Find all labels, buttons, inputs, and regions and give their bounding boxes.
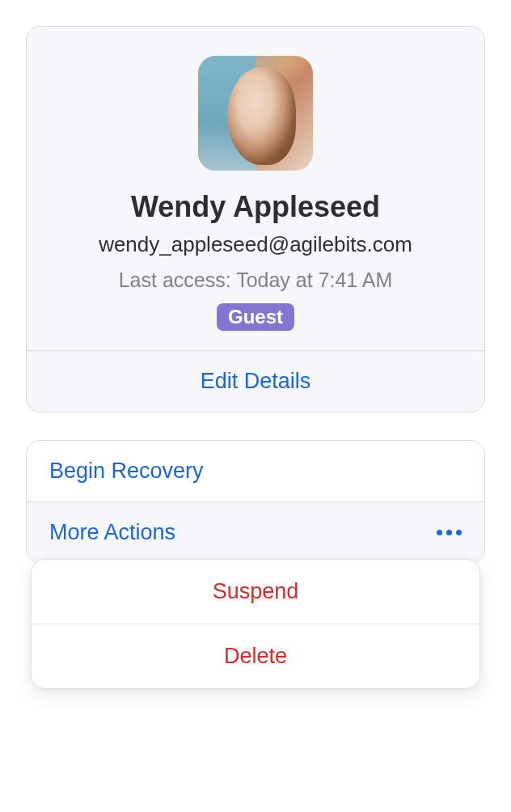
suspend-button[interactable]: Suspend bbox=[32, 560, 479, 624]
profile-section: Wendy Appleseed wendy_appleseed@agilebit… bbox=[27, 27, 484, 350]
profile-card: Wendy Appleseed wendy_appleseed@agilebit… bbox=[26, 26, 485, 412]
profile-email: wendy_appleseed@agilebits.com bbox=[99, 232, 412, 257]
more-actions-popup: Suspend Delete bbox=[31, 559, 480, 689]
more-actions-label: More Actions bbox=[49, 520, 175, 545]
actions-card: Begin Recovery More Actions bbox=[26, 440, 485, 564]
edit-details-label: Edit Details bbox=[201, 369, 311, 393]
edit-details-button[interactable]: Edit Details bbox=[27, 350, 484, 412]
begin-recovery-button[interactable]: Begin Recovery bbox=[27, 441, 484, 502]
more-actions-button[interactable]: More Actions bbox=[27, 502, 484, 563]
begin-recovery-label: Begin Recovery bbox=[49, 459, 204, 483]
profile-name: Wendy Appleseed bbox=[131, 190, 380, 224]
avatar[interactable] bbox=[198, 56, 313, 171]
more-icon bbox=[437, 530, 462, 535]
role-badge: Guest bbox=[217, 303, 294, 331]
delete-button[interactable]: Delete bbox=[32, 624, 479, 688]
last-access-label: Last access: Today at 7:41 AM bbox=[119, 269, 393, 292]
